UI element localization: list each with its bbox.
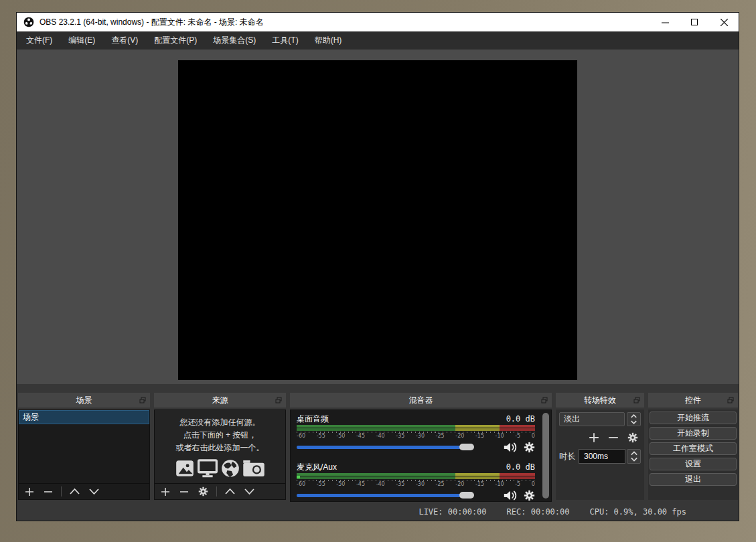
dock-row: 场景 场景 — [18, 393, 738, 500]
dock-icon — [139, 397, 146, 403]
menu-view[interactable]: 查看(V) — [103, 31, 146, 50]
channel-settings-gear-icon[interactable] — [524, 442, 535, 453]
sources-toolbar — [155, 483, 285, 499]
tick-label: -20 — [455, 433, 464, 440]
sources-list[interactable]: 您还没有添加任何源。 点击下面的 + 按钮， 或者右击此处添加一个。 — [154, 410, 286, 500]
volume-slider-handle[interactable] — [459, 444, 474, 450]
sources-empty-line: 点击下面的 + 按钮， — [155, 429, 285, 442]
menu-scene-collection[interactable]: 场景集合(S) — [205, 31, 264, 50]
mixer-scrollbar-thumb[interactable] — [542, 413, 549, 499]
scene-list-empty-area[interactable] — [19, 424, 149, 483]
menu-bar: 文件(F) 编辑(E) 查看(V) 配置文件(P) 场景集合(S) 工具(T) … — [17, 31, 739, 50]
sources-empty-line: 或者右击此处添加一个。 — [155, 442, 285, 454]
tick-label: -60 — [297, 433, 305, 440]
tick-label: -25 — [436, 433, 445, 440]
remove-source-icon[interactable] — [179, 487, 189, 496]
maximize-button[interactable] — [680, 13, 709, 31]
window-title: OBS 23.2.1 (64-bit, windows) - 配置文件: 未命名… — [40, 17, 650, 28]
add-scene-icon[interactable] — [25, 487, 34, 496]
mixer-scrollbar[interactable] — [542, 413, 549, 499]
dock-icon — [275, 397, 282, 403]
add-source-icon[interactable] — [161, 487, 170, 496]
chevron-up-icon — [631, 451, 637, 456]
move-scene-up-icon[interactable] — [70, 488, 80, 495]
scenes-toolbar — [19, 483, 149, 499]
settings-button[interactable]: 设置 — [650, 458, 737, 470]
start-streaming-button[interactable]: 开始推流 — [650, 412, 737, 424]
title-bar[interactable]: OBS 23.2.1 (64-bit, windows) - 配置文件: 未命名… — [17, 13, 739, 31]
add-transition-icon[interactable] — [589, 432, 599, 443]
menu-profile[interactable]: 配置文件(P) — [146, 31, 205, 50]
chevron-down-icon — [631, 420, 637, 424]
tick-label: -25 — [436, 481, 445, 488]
tick-label: -30 — [416, 433, 425, 440]
move-source-down-icon[interactable] — [244, 488, 254, 495]
sources-empty-message: 您还没有添加任何源。 点击下面的 + 按钮， 或者右击此处添加一个。 — [155, 410, 285, 454]
move-source-up-icon[interactable] — [225, 488, 235, 495]
menu-file[interactable]: 文件(F) — [18, 31, 60, 50]
tick-label: -50 — [336, 481, 345, 488]
channel-settings-gear-icon[interactable] — [524, 490, 535, 501]
remove-scene-icon[interactable] — [44, 487, 53, 496]
mixer-panel-header[interactable]: 混音器 — [290, 393, 552, 408]
scenes-panel-header[interactable]: 场景 — [18, 393, 150, 408]
dock-icon — [727, 397, 734, 403]
remove-transition-icon[interactable] — [608, 432, 619, 443]
source-properties-gear-icon[interactable] — [198, 486, 208, 496]
menu-tools[interactable]: 工具(T) — [264, 31, 306, 50]
mixer-channel-desktop-audio: 桌面音频 0.0 dB -60-55-50-45-40-35-30-25-20-… — [297, 414, 535, 453]
mixer-panel: 混音器 桌面音频 0.0 dB — [290, 393, 552, 500]
sources-panel-header[interactable]: 来源 — [154, 393, 286, 408]
volume-slider-handle[interactable] — [459, 492, 474, 499]
tick-label: -10 — [496, 433, 504, 440]
speaker-icon[interactable] — [504, 490, 517, 501]
tick-label: -50 — [336, 433, 345, 440]
mixer-panel-title: 混音器 — [409, 395, 433, 406]
duration-value: 300ms — [584, 452, 608, 461]
transitions-panel-header[interactable]: 转场特效 — [556, 393, 644, 408]
duration-spinner[interactable] — [627, 449, 641, 464]
meter-peak-indicator — [297, 476, 300, 478]
minimize-button[interactable] — [650, 13, 680, 31]
transition-select[interactable]: 淡出 — [559, 412, 625, 426]
sources-panel: 来源 您还没有添加任何源。 点击下面的 + 按钮， 或者右击此处添加一个。 — [154, 393, 286, 500]
rec-time: REC: 00:00:00 — [507, 507, 570, 517]
tick-label: -45 — [356, 481, 365, 488]
tick-label: -35 — [396, 481, 404, 488]
display-icon — [197, 459, 218, 478]
tick-label: -5 — [515, 481, 520, 488]
dock-icon — [633, 397, 640, 403]
scene-list-item[interactable]: 场景 — [19, 410, 149, 424]
mixer-channel-mic-aux: 麦克风/Aux 0.0 dB -60-55-50-45-40-35-30-25-… — [297, 462, 535, 501]
tick-label: 0 — [532, 481, 535, 488]
program-canvas — [178, 60, 577, 380]
start-recording-button[interactable]: 开始录制 — [650, 427, 737, 440]
camera-icon — [242, 459, 265, 478]
menu-help[interactable]: 帮助(H) — [307, 31, 350, 50]
tick-label: -45 — [356, 433, 365, 440]
volume-meter — [297, 473, 535, 479]
preview-area[interactable] — [17, 50, 739, 384]
transition-select-spinner[interactable] — [627, 412, 641, 426]
studio-mode-button[interactable]: 工作室模式 — [650, 442, 737, 455]
duration-input[interactable]: 300ms — [579, 449, 625, 464]
tick-label: -30 — [416, 481, 425, 488]
mixer-body: 桌面音频 0.0 dB -60-55-50-45-40-35-30-25-20-… — [290, 410, 552, 502]
channel-db-value: 0.0 dB — [506, 462, 535, 472]
close-button[interactable] — [709, 13, 739, 31]
image-icon — [175, 459, 195, 478]
live-time: LIVE: 00:00:00 — [419, 507, 486, 517]
controls-body: 开始推流 开始录制 工作室模式 设置 退出 — [648, 410, 738, 500]
volume-slider[interactable] — [297, 489, 497, 501]
move-scene-down-icon[interactable] — [89, 488, 99, 495]
controls-panel-header[interactable]: 控件 — [648, 393, 738, 408]
scenes-panel: 场景 场景 — [18, 393, 150, 500]
volume-slider[interactable] — [297, 441, 497, 453]
controls-panel: 控件 开始推流 开始录制 工作室模式 设置 退出 — [648, 393, 738, 500]
obs-logo-icon — [23, 17, 34, 27]
volume-slider-fill — [297, 446, 473, 449]
menu-edit[interactable]: 编辑(E) — [60, 31, 103, 50]
speaker-icon[interactable] — [504, 442, 517, 453]
transition-properties-gear-icon[interactable] — [627, 432, 638, 443]
exit-button[interactable]: 退出 — [650, 473, 737, 486]
